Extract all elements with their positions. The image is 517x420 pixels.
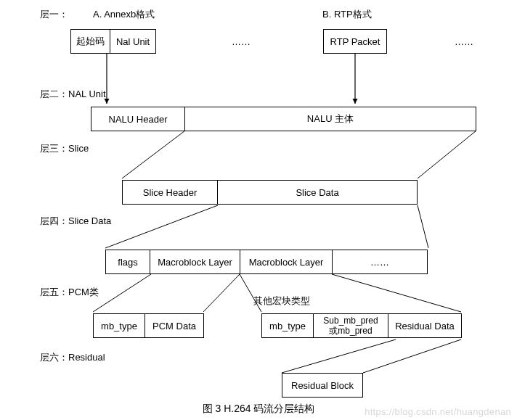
box-mb-layer-2: Macroblock Layer [240, 250, 333, 274]
layer4-label: 层四：Slice Data [40, 215, 111, 228]
layer5-other-mb: 其他宏块类型 [253, 295, 310, 308]
svg-line-3 [418, 131, 476, 178]
box-slice-data: Slice Data [217, 180, 418, 205]
box-start-code: 起始码 [70, 29, 110, 54]
box-nal-unit: Nal Unit [110, 29, 156, 54]
svg-line-4 [105, 205, 218, 248]
layer1-ellipsis-a: …… [232, 36, 251, 47]
box-flags: flags [105, 250, 150, 274]
box-nalu-header: NALU Header [91, 107, 185, 131]
svg-line-2 [122, 131, 185, 178]
layer1-a-title: A. Annexb格式 [93, 8, 155, 21]
svg-line-11 [363, 339, 461, 373]
svg-line-10 [282, 339, 396, 373]
box-mb-type-right: mb_type [261, 313, 314, 338]
layer2-label: 层二：NAL Unit [40, 88, 106, 101]
box-mb-type-left: mb_type [93, 313, 145, 338]
box-sub-mb-pred: Sub_mb_pred 或mb_pred [313, 313, 388, 338]
layer5-label: 层五：PCM类 [40, 286, 99, 299]
box-nalu-body: NALU 主体 [184, 107, 476, 131]
layer3-label: 层三：Slice [40, 142, 89, 155]
svg-line-9 [332, 274, 461, 312]
box-residual-data: Residual Data [388, 313, 462, 338]
layer1-b-title: B. RTP格式 [322, 8, 372, 21]
svg-line-6 [93, 274, 151, 312]
layer1-label: 层一： [40, 8, 68, 21]
svg-line-5 [418, 205, 428, 248]
box-pcm-data: PCM Data [144, 313, 204, 338]
box-mb-layer-1: Macroblock Layer [150, 250, 240, 274]
box-mb-ellipsis: …… [332, 250, 428, 274]
box-residual-block: Residual Block [282, 373, 363, 398]
watermark: https://blog.csdn.net/huangdenan [365, 406, 511, 417]
layer6-label: 层六：Residual [40, 351, 105, 364]
svg-line-7 [203, 274, 240, 312]
box-rtp-packet: RTP Packet [323, 29, 387, 54]
layer1-ellipsis-b: …… [455, 36, 473, 47]
box-slice-header: Slice Header [122, 180, 218, 205]
